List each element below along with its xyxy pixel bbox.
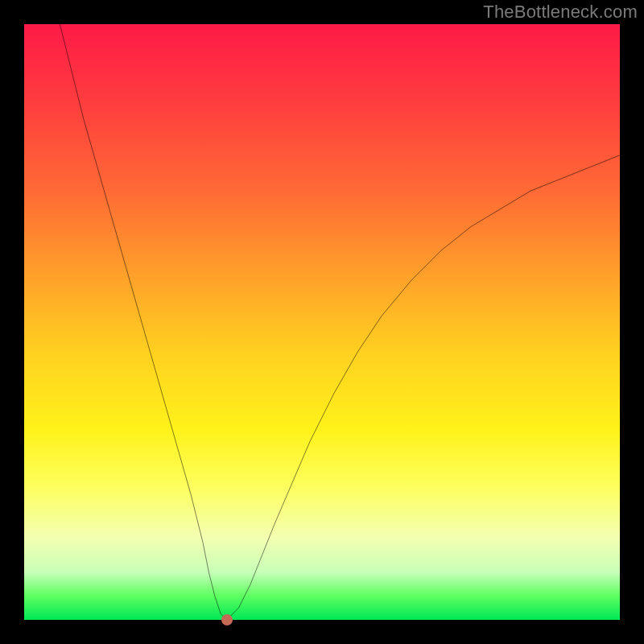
plot-area (24, 24, 620, 620)
chart-frame: TheBottleneck.com (0, 0, 644, 644)
minimum-marker-dot (221, 614, 233, 625)
curve-svg (24, 24, 620, 620)
bottleneck-curve-path (60, 24, 620, 620)
watermark-text: TheBottleneck.com (483, 2, 638, 23)
